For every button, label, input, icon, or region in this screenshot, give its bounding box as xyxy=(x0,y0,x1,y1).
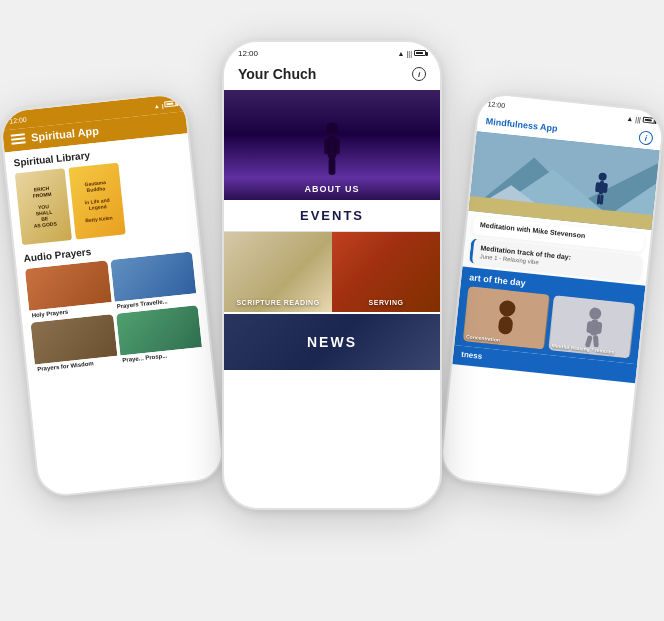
book-gautama[interactable]: GautamaBuddhain Life andLegendBetty Kele… xyxy=(68,163,125,240)
app-title-left: Spiritual App xyxy=(30,125,99,144)
svg-rect-3 xyxy=(334,139,340,154)
battery-icon xyxy=(164,100,177,107)
serving-card[interactable]: Serving xyxy=(332,232,440,312)
prayer-card-travel[interactable]: Prayers Travelle... xyxy=(110,251,197,310)
battery-right-icon xyxy=(643,117,656,124)
phone-center: 12:00 ▲ ||| Your Chuch i About xyxy=(222,40,442,510)
books-row: ERICHFROMMYOUSHALLBEAS GODS GautamaBuddh… xyxy=(15,156,190,245)
wifi-icon xyxy=(153,102,160,110)
phone-right: 12:00 ▲ ||| Mindfulness App i xyxy=(438,91,664,499)
scripture-card[interactable]: Scripture reading xyxy=(224,232,332,312)
scene: 12:00 Spiritual App Spiritual Library xyxy=(0,0,664,621)
signal-center-icon: ||| xyxy=(407,50,412,57)
status-bar-center: 12:00 ▲ ||| xyxy=(224,42,440,64)
wifi-right-icon: ▲ xyxy=(626,114,634,122)
scripture-label: Scripture reading xyxy=(224,299,332,306)
silhouette-icon xyxy=(317,120,347,180)
news-label: News xyxy=(224,334,440,350)
news-section[interactable]: News xyxy=(224,314,440,370)
book-erich-text: ERICHFROMMYOUSHALLBEAS GODS xyxy=(30,185,57,229)
wifi-center-icon: ▲ xyxy=(398,50,405,57)
signal-icon xyxy=(161,101,163,108)
prayer-card-prosp[interactable]: Praye... Prosp... xyxy=(115,305,202,364)
prayer-card-wisdom[interactable]: Prayers for Wisdom xyxy=(30,314,117,373)
status-icons-center: ▲ ||| xyxy=(398,50,426,57)
signal-right-icon: ||| xyxy=(635,115,641,123)
info-icon-center[interactable]: i xyxy=(412,67,426,81)
time-center: 12:00 xyxy=(238,49,258,58)
app-header-center: Your Chuch i xyxy=(224,64,440,90)
art-card-walking[interactable]: Mindful Walking 7 minutes xyxy=(548,295,635,358)
phone-left: 12:00 Spiritual App Spiritual Library xyxy=(0,91,226,499)
battery-center-icon xyxy=(414,50,426,56)
book-erich[interactable]: ERICHFROMMYOUSHALLBEAS GODS xyxy=(15,168,72,245)
status-icons-right: ▲ ||| xyxy=(626,114,655,124)
time-left: 12:00 xyxy=(9,115,27,124)
app-title-center: Your Chuch xyxy=(238,66,316,82)
prayer-card-holy[interactable]: Holy Prayers xyxy=(25,260,112,319)
svg-rect-5 xyxy=(330,158,335,175)
scripture-row: Scripture reading Serving xyxy=(224,232,440,312)
events-label: EVENTS xyxy=(224,200,440,232)
info-icon-right[interactable]: i xyxy=(638,130,653,145)
art-card-concentration[interactable]: Concentration xyxy=(463,286,550,349)
svg-point-0 xyxy=(326,123,338,135)
menu-icon[interactable] xyxy=(11,133,26,144)
audio-prayers-section: Audio Prayers Holy Prayers Prayers Trave… xyxy=(23,235,203,373)
prayers-grid: Holy Prayers Prayers Travelle... Prayers… xyxy=(25,251,203,373)
about-us-label: About us xyxy=(224,184,440,194)
svg-rect-2 xyxy=(324,139,330,154)
time-right: 12:00 xyxy=(487,100,505,109)
about-us-section[interactable]: About us xyxy=(224,90,440,200)
content-left: Spiritual Library ERICHFROMMYOUSHALLBEAS… xyxy=(5,133,224,496)
app-title-right: Mindfulness App xyxy=(485,116,558,133)
svg-rect-26 xyxy=(593,335,599,347)
status-icons-left xyxy=(153,100,176,109)
book-gautama-text: GautamaBuddhain Life andLegendBetty Kele… xyxy=(81,179,113,224)
serving-label: Serving xyxy=(332,299,440,306)
